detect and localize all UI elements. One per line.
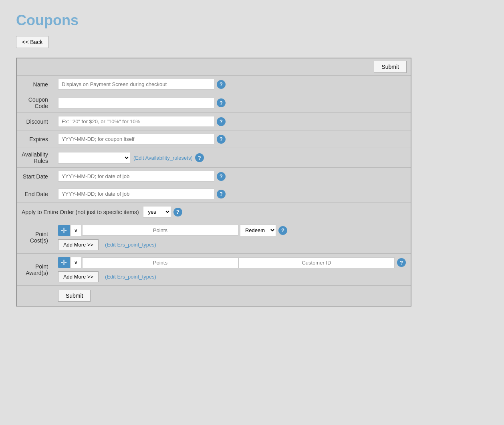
point-awards-down-button[interactable]: ∨ [71,257,81,268]
point-costs-add-more-button[interactable]: Add More >> [58,239,99,250]
start-date-input[interactable] [58,171,214,182]
header-left-cell [16,58,53,76]
availability-rules-input-cell: (Edit Availability_rulesets) ? [53,148,411,168]
coupon-code-help-icon[interactable]: ? [217,98,226,107]
start-date-input-cell: ? [53,168,411,185]
end-date-input[interactable] [58,188,214,199]
submit-button-bottom[interactable]: Submit [58,290,91,302]
expires-input-cell: ? [53,130,411,148]
end-date-input-cell: ? [53,185,411,203]
header-right-cell: Submit [53,58,411,76]
point-awards-plus-icon[interactable]: ✛ [58,257,70,268]
point-costs-down-button[interactable]: ∨ [71,225,81,236]
coupon-code-input[interactable] [58,98,214,108]
point-costs-label: Point Cost(s) [16,221,53,254]
name-input[interactable] [58,79,214,90]
apply-entire-order-cell: Apply to Entire Order (not just to speci… [16,203,411,221]
point-awards-help-icon[interactable]: ? [397,258,406,267]
coupon-code-label: Coupon Code [16,93,53,113]
back-button[interactable]: << Back [16,36,48,48]
edit-availability-link[interactable]: (Edit Availability_rulesets) [133,155,193,161]
point-awards-points-input[interactable] [82,257,238,268]
point-costs-redeem-select[interactable]: Redeem Earn [240,225,276,236]
bottom-left-cell [16,286,53,307]
point-costs-plus-icon[interactable]: ✛ [58,225,70,236]
discount-input-cell: ? [53,113,411,130]
availability-rules-select[interactable] [58,152,130,164]
name-input-cell: ? [53,76,411,93]
apply-entire-order-help-icon[interactable]: ? [173,208,182,217]
point-costs-help-icon[interactable]: ? [278,226,287,235]
coupon-code-input-cell: ? [53,93,411,113]
bottom-submit-cell: Submit [53,286,411,307]
point-awards-label: Point Award(s) [16,254,53,286]
start-date-help-icon[interactable]: ? [217,172,226,181]
expires-help-icon[interactable]: ? [217,135,226,144]
page-title: Coupons [16,12,488,29]
expires-label: Expires [16,130,53,148]
apply-entire-order-label: Apply to Entire Order (not just to speci… [22,209,139,215]
edit-point-types-link[interactable]: (Edit Ers_point_types) [105,242,156,248]
point-awards-add-more-button[interactable]: Add More >> [58,271,99,282]
discount-label: Discount [16,113,53,130]
submit-button-top[interactable]: Submit [374,61,407,73]
discount-help-icon[interactable]: ? [217,117,226,126]
point-costs-points-input[interactable] [82,225,238,236]
start-date-label: Start Date [16,168,53,185]
point-costs-input-cell: ✛ ∨ Redeem Earn ? Add More >> (Edit Ers_… [53,221,411,254]
name-help-icon[interactable]: ? [217,80,226,89]
end-date-help-icon[interactable]: ? [217,190,226,198]
expires-input[interactable] [58,134,214,144]
point-awards-input-cell: ✛ ∨ ? Add More >> (Edit Ers_point_types) [53,254,411,286]
point-awards-customer-id-input[interactable] [238,257,395,268]
apply-entire-order-select[interactable]: yes no [143,206,171,218]
availability-help-icon[interactable]: ? [195,153,204,162]
availability-rules-label: Availability Rules [16,148,53,168]
end-date-label: End Date [16,185,53,203]
name-label: Name [16,76,53,93]
edit-point-awards-types-link[interactable]: (Edit Ers_point_types) [105,274,156,280]
discount-input[interactable] [58,116,214,127]
